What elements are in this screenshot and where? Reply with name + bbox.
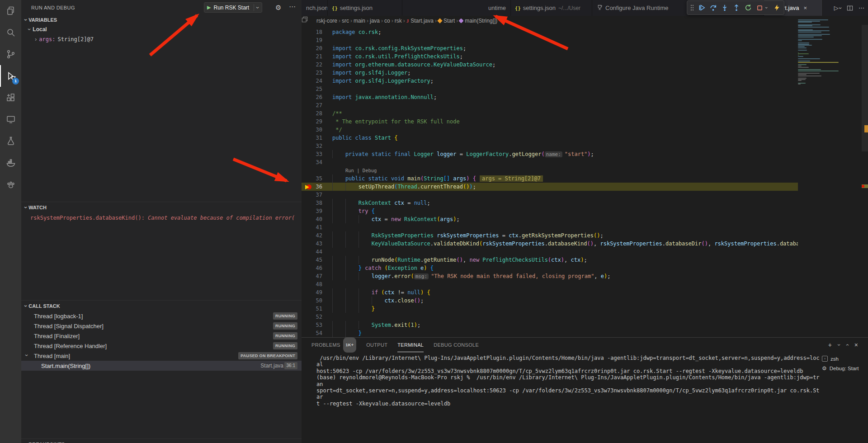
code-line-24[interactable]: 24import org.slf4j.LoggerFactory; (302, 77, 798, 85)
activity-extensions-icon[interactable] (0, 87, 21, 108)
line-number[interactable]: 52 (302, 313, 322, 321)
chevron-down-icon[interactable]: › (837, 344, 841, 346)
line-number[interactable]: 39 (302, 207, 322, 215)
code-line-19[interactable]: 19 (302, 36, 798, 44)
watch-section-header[interactable]: › WATCH (21, 203, 302, 212)
line-number[interactable]: 40 (302, 215, 322, 223)
activity-search-icon[interactable] (0, 22, 21, 43)
line-number[interactable]: 37 (302, 191, 322, 199)
code-line-25[interactable]: 25 (302, 85, 798, 93)
code-line-54[interactable]: 54} (302, 329, 798, 337)
activity-remote-explorer-icon[interactable] (0, 108, 21, 130)
run-file-button[interactable]: ▷› (834, 5, 841, 11)
maximize-panel-icon[interactable]: › (845, 344, 849, 346)
drag-grip-icon[interactable] (689, 4, 695, 11)
line-number[interactable]: 49 (302, 288, 322, 297)
line-number[interactable]: 34 (302, 158, 322, 166)
line-number[interactable]: 45 (302, 256, 322, 264)
stop-dropdown-icon[interactable]: › (766, 5, 770, 10)
activity-run-debug-icon[interactable]: 1 (0, 65, 21, 87)
code-line-52[interactable]: 52 (302, 313, 798, 321)
activity-pet-icon[interactable] (0, 174, 21, 195)
line-number[interactable]: 53 (302, 321, 322, 329)
code-line-50[interactable]: 50ctx.close(); (302, 297, 798, 305)
code-line-40[interactable]: 40ctx = new RskContext(args); (302, 215, 798, 223)
activity-testing-flask-icon[interactable] (0, 130, 21, 152)
code-line-23[interactable]: 23import org.slf4j.Logger; (302, 69, 798, 77)
breadcrumb-item[interactable]: co (384, 18, 390, 24)
chevron-down-icon[interactable]: › (255, 6, 260, 8)
activity-docker-icon[interactable] (0, 152, 21, 174)
line-number[interactable]: 24 (302, 77, 322, 85)
code-line-26[interactable]: 26import javax.annotation.Nonnull; (302, 93, 798, 101)
close-panel-icon[interactable]: × (854, 341, 858, 349)
code-line-43[interactable]: 43KeyValueDataSource.validateDbKind(rskS… (302, 240, 798, 248)
code-line-53[interactable]: 53System.exit(1); (302, 321, 798, 329)
minimap[interactable] (798, 19, 840, 95)
line-number[interactable]: 26 (302, 93, 322, 101)
line-number[interactable]: 44 (302, 248, 322, 256)
breadcrumb-item[interactable]: main(String[]) (459, 18, 497, 24)
code-line-47[interactable]: 47logger.error(msg:"The RSK node main th… (302, 272, 798, 280)
code-line-20[interactable]: 20import co.rsk.config.RskSystemProperti… (302, 44, 798, 52)
codelens-run-debug[interactable]: Run | Debug (302, 166, 798, 174)
breadcrumb-item[interactable]: java (370, 18, 380, 24)
code-line-44[interactable]: 44 (302, 248, 798, 256)
code-line-29[interactable]: 29 * The entrypoint for the RSK full nod… (302, 118, 798, 126)
line-number[interactable]: 47 (302, 272, 322, 280)
call-stack-thread[interactable]: Thread [Signal Dispatcher]RUNNING (21, 321, 302, 331)
code-line-49[interactable]: 49if (ctx != null) { (302, 288, 798, 297)
line-number[interactable]: 23 (302, 69, 322, 77)
line-number[interactable]: 19 (302, 36, 322, 44)
code-line-32[interactable]: 32 (302, 142, 798, 150)
code-line-34[interactable]: 34 (302, 158, 798, 166)
line-number[interactable]: 22 (302, 61, 322, 69)
line-number[interactable]: 42 (302, 231, 322, 240)
split-editor-button[interactable] (847, 5, 853, 11)
watch-expression[interactable]: rskSystemProperties.databaseKind(): Cann… (30, 215, 294, 221)
variable-args[interactable]: › args: String[2]@7 (35, 36, 94, 42)
line-number[interactable]: 33 (302, 150, 322, 158)
activity-explorer-icon[interactable] (0, 0, 21, 22)
code-line-28[interactable]: 28/** (302, 109, 798, 118)
call-stack-section-header[interactable]: › CALL STACK (21, 301, 302, 311)
code-line-42[interactable]: 42RskSystemProperties rskSystemPropertie… (302, 231, 798, 240)
call-stack-thread[interactable]: Thread [Reference Handler]RUNNING (21, 341, 302, 351)
code-line-27[interactable]: 27 (302, 101, 798, 109)
breakpoint-current-line-icon[interactable] (306, 184, 311, 190)
call-stack-thread[interactable]: Thread [Finalizer]RUNNING (21, 331, 302, 341)
call-stack-thread[interactable]: ›Thread [main]PAUSED ON BREAKPOINT (21, 351, 302, 361)
code-line-21[interactable]: 21import co.rsk.util.PreflightChecksUtil… (302, 52, 798, 61)
breadcrumb-item[interactable]: Start (438, 18, 455, 24)
gear-icon[interactable]: ⚙ (275, 4, 281, 12)
code-editor[interactable]: 18package co.rsk;1920import co.rsk.confi… (302, 28, 798, 337)
run-configuration-button[interactable]: ▶ Run RSK Start › (204, 2, 262, 13)
line-number[interactable]: 25 (302, 85, 322, 93)
open-editors-icon[interactable] (302, 16, 308, 24)
continue-icon[interactable] (696, 2, 707, 14)
breadcrumb-item[interactable]: rskj-core (316, 18, 337, 24)
variables-section-header[interactable]: › VARIABLES (21, 15, 302, 25)
line-number[interactable]: 43 (302, 240, 322, 248)
code-line-48[interactable]: 48 (302, 280, 798, 288)
new-terminal-button[interactable]: + (828, 341, 832, 349)
variables-scope-local[interactable]: › Local (28, 26, 47, 33)
line-number[interactable]: 46 (302, 264, 322, 272)
line-number[interactable]: 29 (302, 118, 322, 126)
line-number[interactable]: 36 (302, 183, 322, 191)
line-number[interactable]: 31 (302, 134, 322, 142)
line-number[interactable]: 20 (302, 44, 322, 52)
code-line-41[interactable]: 41 (302, 223, 798, 231)
tab-nch-json[interactable]: nch.json (302, 0, 328, 16)
code-line-39[interactable]: 39try { (302, 207, 798, 215)
tab-settings-json[interactable]: { }settings.json~/.../User (511, 0, 592, 16)
panel-tab-problems[interactable]: PROBLEMS1K+ (311, 338, 356, 352)
line-number[interactable]: 41 (302, 223, 322, 231)
code-line-30[interactable]: 30 */ (302, 126, 798, 134)
code-line-22[interactable]: 22import org.ethereum.datasource.KeyValu… (302, 61, 798, 69)
line-number[interactable]: 38 (302, 199, 322, 207)
line-number[interactable]: 18 (302, 28, 322, 36)
tab-configure-java-runtime[interactable]: Configure Java Runtime (592, 0, 689, 16)
call-stack-frame-selected[interactable]: Start.main(String[])Start.java36:1 (21, 361, 302, 371)
restart-icon[interactable] (743, 2, 754, 14)
